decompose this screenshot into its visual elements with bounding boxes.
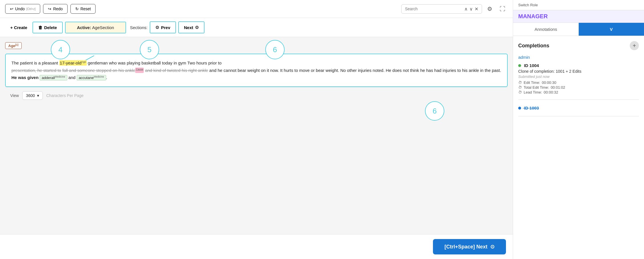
- chars-per-page-label: Characters Per Page: [46, 93, 84, 98]
- tab-v[interactable]: V: [579, 23, 644, 36]
- prev-btn-wrapper: ⊙ Prev: [150, 21, 176, 33]
- completion-item-1004: ID 1004 Clone of completion: 1001 + 2 Ed…: [518, 63, 639, 100]
- sections-label: Sections:: [130, 25, 148, 30]
- completion-item-1003: ID 1003: [518, 106, 639, 116]
- age-highlight[interactable]: 17-year-oldAge: [59, 60, 87, 66]
- redo-button[interactable]: ↪ Redo: [43, 4, 67, 14]
- fullscreen-button[interactable]: ⛶: [497, 5, 508, 13]
- completion-dot-blue: [518, 107, 521, 110]
- completions-header: Completions +: [518, 41, 639, 50]
- bottom-bar: [Ctrl+Space] Next ⊙: [0, 234, 513, 259]
- search-input[interactable]: [405, 7, 462, 11]
- reset-icon: ↻: [75, 7, 79, 11]
- active-section-wrapper: Active: AgeSection: [65, 22, 126, 33]
- age-badge[interactable]: Age[1]: [5, 42, 22, 49]
- age-badge-row: Age[1]: [5, 42, 508, 49]
- reset-button[interactable]: ↻ Reset: [70, 4, 96, 14]
- search-down-button[interactable]: ∨: [469, 6, 473, 12]
- redo-icon: ↪: [48, 7, 51, 11]
- next-button[interactable]: [Ctrl+Space] Next ⊙: [433, 239, 506, 254]
- manager-role[interactable]: MANAGER: [513, 10, 644, 23]
- tab-annotations[interactable]: Annotations: [513, 23, 579, 36]
- adderall-badge[interactable]: adderallMedicine: [40, 75, 67, 80]
- clock-icon-3: ⏱: [518, 90, 522, 94]
- view-label: View: [10, 93, 19, 98]
- right-sidebar: Switch Role MANAGER Annotations V Comple…: [513, 0, 644, 259]
- trash-icon: 🗑: [38, 25, 42, 30]
- chars-per-page-select[interactable]: 3600 ▾: [22, 91, 43, 100]
- search-up-button[interactable]: ∧: [464, 6, 468, 12]
- fullscreen-icon: ⛶: [500, 6, 505, 12]
- undo-button[interactable]: ↩ Undo [Ctrl+z]: [5, 4, 40, 14]
- strikethrough-text-1: presentation, he started to: [11, 68, 61, 73]
- undo-icon: ↩: [10, 7, 13, 11]
- completion-edit-time: ⏱ Edit Time: 00:00:30: [518, 80, 639, 85]
- completion-id-1003[interactable]: ID 1003: [518, 106, 639, 110]
- create-button[interactable]: + Create: [5, 22, 33, 33]
- next-icon: ⊙: [195, 25, 199, 30]
- prev-button[interactable]: ⊙ Prev: [150, 22, 175, 33]
- annotation-circle-5: 5: [140, 40, 159, 59]
- delete-button[interactable]: 🗑 Delete: [33, 22, 62, 33]
- prev-icon: ⊙: [155, 25, 159, 30]
- section-toolbar: + Create 🗑 Delete Active: AgeSection Sec…: [0, 18, 513, 37]
- text-block: The patient is a pleasant 17-year-oldAge…: [5, 54, 508, 87]
- annotation-circle-6-lower: 6: [425, 101, 444, 121]
- dropdown-icon: ▾: [37, 93, 39, 98]
- accutane-badge[interactable]: accutaneMedicine: [77, 75, 106, 80]
- completion-id-1004[interactable]: ID 1004: [518, 63, 639, 68]
- bold-given: He was given: [11, 75, 39, 80]
- gear-icon: ⚙: [487, 6, 492, 12]
- add-completion-button[interactable]: +: [630, 41, 639, 50]
- completion-lead-time: ⏱ Lead Time: 00:00:32: [518, 90, 639, 94]
- cause-highlight[interactable]: Cause: [135, 68, 144, 73]
- settings-button[interactable]: ⚙: [485, 4, 495, 13]
- admin-label: admin: [518, 55, 639, 60]
- annotation-circle-4: 4: [51, 40, 70, 59]
- sidebar-tabs: Annotations V: [513, 23, 644, 36]
- completion-desc-1004: Clone of completion: 1001 + 2 Edits: [518, 69, 639, 74]
- search-box: ∧ ∨ ✕: [401, 4, 482, 14]
- next-section-button[interactable]: Next ⊙: [179, 22, 204, 33]
- search-close-button[interactable]: ✕: [475, 6, 478, 12]
- toolbar: ↩ Undo [Ctrl+z] ↪ Redo ↻ Reset ∧ ∨ ✕: [0, 0, 513, 18]
- active-section-display: Active: AgeSection: [66, 22, 125, 33]
- text-paragraph: The patient is a pleasant 17-year-oldAge…: [11, 59, 501, 81]
- completion-time-1004: Submitted just now: [518, 74, 639, 79]
- completion-dot-green: [518, 64, 521, 67]
- strikethrough-text-3: and kind of twisted his right ankle: [145, 68, 208, 73]
- completions-title: Completions: [518, 43, 549, 49]
- delete-btn-wrapper: 🗑 Delete: [33, 22, 63, 33]
- strikethrough-text-2: fall and someone stepped on his ankle: [62, 68, 135, 73]
- clock-icon: ⏱: [518, 80, 522, 85]
- annotation-circle-6: 6: [265, 40, 285, 59]
- clock-icon-2: ⏱: [518, 85, 522, 90]
- next-btn-wrapper: Next ⊙: [178, 21, 204, 33]
- completion-total-time: ⏱ Total Edit Time: 00:01:02: [518, 85, 639, 90]
- sidebar-content: Completions + admin ID 1004 Clone of com…: [513, 36, 644, 259]
- next-circle-icon: ⊙: [490, 244, 495, 250]
- content-area: Age[1] The patient is: [0, 37, 513, 234]
- switch-role-label: Switch Role: [513, 0, 644, 10]
